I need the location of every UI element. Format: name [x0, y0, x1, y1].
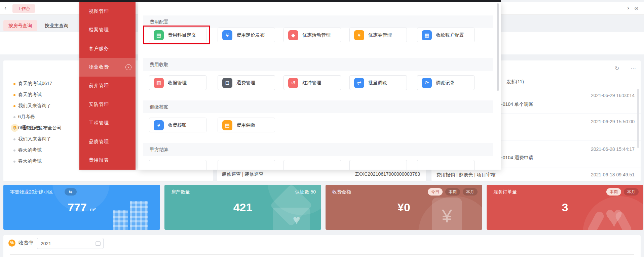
- heart-icon: ♥: [293, 213, 300, 227]
- main-nav-sidebar: 视图管理 档案管理 客户服务 物业收费› 前介管理 安防管理 工程管理 品质管理…: [79, 2, 136, 170]
- charge-submenu-panel: 费用配置 ▤ 费用科目定义 ¥ 费用定价发布 ◆ 优惠活动管理 ¥ 优惠券管理 …: [138, 2, 501, 170]
- notice-item-text: 我们又来咨询了: [18, 103, 51, 109]
- refund-icon: ⊟: [222, 78, 232, 88]
- menu-tile-coupon-mgmt[interactable]: ¥ 优惠券管理: [349, 28, 407, 42]
- badge-this-month[interactable]: 本月: [463, 188, 478, 196]
- stat-title: 零壹物业20新建小区: [10, 189, 53, 195]
- menu-tile-clipped[interactable]: [417, 160, 475, 170]
- stat-card-service-orders[interactable]: ♥ 服务订单量 本周 本月 3: [487, 185, 643, 230]
- badge-this-week[interactable]: 本周: [445, 188, 460, 196]
- stat-value: ¥0: [326, 201, 482, 214]
- sidebar-item-project-mgmt[interactable]: 工程管理: [79, 114, 136, 132]
- fee-subject-icon: ▤: [154, 30, 164, 40]
- tile-label: 费用科目定义: [168, 32, 196, 38]
- notice-item-text: 春天的考试: [18, 147, 42, 153]
- batch-adjust-icon: ⇄: [354, 78, 364, 88]
- stat-value: 777 m²: [3, 201, 160, 214]
- year-input[interactable]: [37, 238, 91, 249]
- more-icon[interactable]: ⋯: [631, 65, 636, 71]
- tile-label: 收费核账: [168, 122, 187, 128]
- close-circle-icon[interactable]: ⊗: [634, 5, 639, 11]
- stat-card-project-area[interactable]: 零壹物业20新建小区 ⇆ 777 m²: [3, 185, 160, 230]
- tab-query-by-owner[interactable]: 按业主查询: [40, 20, 73, 31]
- tab-workbench[interactable]: 工作台: [12, 4, 35, 13]
- reversal-icon: ↺: [288, 78, 298, 88]
- menu-tile-fee-pricing-publish[interactable]: ¥ 费用定价发布: [218, 28, 275, 42]
- menu-tile-receipt-mgmt[interactable]: ▥ 收据管理: [149, 75, 206, 90]
- fee-urge-icon: ▤: [222, 120, 232, 130]
- menu-tile-adjust-record[interactable]: ⟳ 调账记录: [417, 75, 475, 90]
- todo-entry-desc[interactable]: -0104 单个调账: [501, 101, 533, 108]
- rate-coin-icon: %: [8, 240, 15, 247]
- sidebar-item-security-mgmt[interactable]: 安防管理: [79, 95, 136, 114]
- rate-label: 收费率: [18, 240, 34, 246]
- stat-card-property-count[interactable]: ♥ 房产数量 认证数 50 421: [164, 185, 321, 230]
- sidebar-item-property-charge[interactable]: 物业收费›: [79, 58, 136, 76]
- area-unit: m²: [90, 207, 96, 212]
- menu-tile-clipped[interactable]: [283, 160, 341, 170]
- menu-tile-refund-mgmt[interactable]: ⊟ 退费管理: [218, 75, 275, 90]
- tile-label: 批量调账: [368, 80, 387, 86]
- charge-audit-icon: ¥: [154, 120, 164, 130]
- tile-label: 费用催缴: [236, 122, 255, 128]
- tile-label: 收款账户配置: [436, 32, 464, 38]
- year-picker[interactable]: [37, 238, 104, 249]
- menu-tile-promo-activity[interactable]: ◆ 优惠活动管理: [283, 28, 341, 42]
- badge-this-week[interactable]: 本周: [606, 188, 621, 196]
- bullet-icon: [13, 127, 15, 129]
- stat-card-charge-amount[interactable]: ¥ 收费金额 今日 本周 本月 ¥0: [326, 185, 482, 230]
- tabs-scroll-left-icon[interactable]: ‹: [2, 5, 9, 11]
- menu-tile-fee-subject-define[interactable]: ▤ 费用科目定义: [149, 28, 206, 42]
- notice-item-text: 春天的考试0617: [18, 81, 52, 87]
- stat-title: 收费金额: [332, 189, 351, 195]
- todo-entry-desc[interactable]: 费用报销 | 赵辰光 | 项目审核: [436, 172, 496, 178]
- chevron-right-circle-icon[interactable]: ›: [125, 64, 131, 70]
- menu-tile-clipped[interactable]: [218, 160, 275, 170]
- notice-item-text: 春天的考试: [18, 158, 42, 164]
- menu-tile-red-reversal[interactable]: ↺ 红冲管理: [283, 75, 341, 90]
- charge-rate-card: % 收费率: [3, 235, 641, 257]
- tabs-scroll-right-icon[interactable]: ›: [625, 5, 632, 11]
- todo-entry-time: 2021-06-28 15:44:17: [591, 146, 635, 152]
- area-value: 777: [68, 201, 87, 214]
- tab-initiated[interactable]: 发起(11): [506, 79, 524, 85]
- period-badges: 本周 本月: [606, 188, 639, 196]
- sidebar-item-archive-mgmt[interactable]: 档案管理: [79, 20, 136, 39]
- scrollbar-thumb[interactable]: [637, 89, 639, 148]
- switch-project-icon[interactable]: ⇆: [65, 188, 77, 196]
- bullet-icon: [13, 83, 15, 85]
- period-badges: 今日 本周 本月: [428, 188, 478, 196]
- sidebar-item-quality-mgmt[interactable]: 品质管理: [79, 132, 136, 151]
- tile-label: 调账记录: [436, 80, 455, 86]
- bullet-icon: [13, 105, 15, 107]
- calendar-icon: [96, 241, 101, 247]
- receipt-icon: ▥: [154, 78, 164, 88]
- notice-item-text: 6月考卷: [18, 114, 35, 120]
- menu-tile-clipped[interactable]: [149, 160, 206, 170]
- sidebar-item-customer-svc[interactable]: 客户服务: [79, 39, 136, 58]
- stat-value: 421: [164, 201, 321, 214]
- divider: [10, 254, 634, 255]
- section-urge-audit: 催缴核账: [143, 100, 493, 113]
- sidebar-item-view-mgmt[interactable]: 视图管理: [79, 2, 136, 20]
- sidebar-item-presale-mgmt[interactable]: 前介管理: [79, 77, 136, 95]
- notice-item-text: 春天的考试: [18, 92, 42, 98]
- scrollbar-thumb[interactable]: [497, 3, 499, 91]
- menu-tile-charge-audit[interactable]: ¥ 收费核账: [149, 118, 206, 132]
- todo-entry-desc[interactable]: -0104 退费申请: [501, 155, 533, 161]
- stat-value: 3: [487, 201, 643, 214]
- refresh-icon[interactable]: ↻: [615, 65, 619, 72]
- sidebar-item-fee-report[interactable]: 费用报表: [79, 151, 136, 170]
- menu-tile-fee-urge[interactable]: ▤ 费用催缴: [218, 118, 275, 132]
- menu-tile-receiving-account[interactable]: ▦ 收款账户配置: [417, 28, 475, 42]
- tab-query-by-room[interactable]: 按房号查询: [3, 20, 37, 31]
- tile-label: 红冲管理: [302, 80, 321, 86]
- section-party-a-settle: 甲方结算: [143, 143, 493, 156]
- todo-entry-time: 2021-06-29 16:00:14: [591, 93, 635, 98]
- section-fee-config: 费用配置: [143, 15, 493, 28]
- menu-tile-batch-adjust[interactable]: ⇄ 批量调账: [349, 75, 407, 90]
- menu-tile-clipped[interactable]: [349, 160, 407, 170]
- badge-today[interactable]: 今日: [428, 188, 443, 196]
- badge-this-month[interactable]: 本月: [624, 188, 639, 196]
- app-screen: ‹ 工作台 › ⊗ 按房号查询 按业主查询 项目名称 查询 通知公告 春天的考试…: [0, 0, 644, 257]
